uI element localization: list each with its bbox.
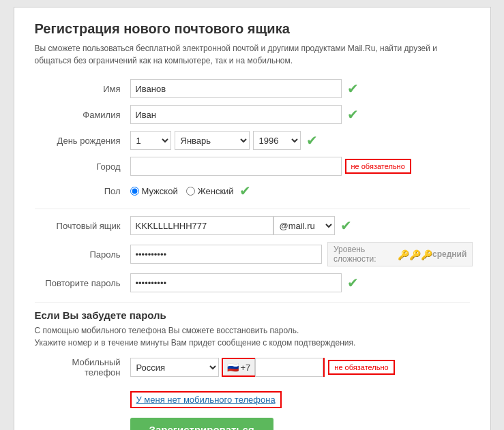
email-row: Почтовый ящик @mail.ru @inbox.ru @list.r… <box>35 216 470 235</box>
page-title: Регистрация нового почтового ящика <box>35 21 470 37</box>
phone-country-select[interactable]: Россия США Германия <box>130 358 219 377</box>
gender-options: Мужской Женский <box>130 186 234 196</box>
city-not-required: не обязательно <box>345 159 411 174</box>
lastname-field: ✔ <box>130 105 470 124</box>
recovery-title: Если Вы забудете пароль <box>35 309 470 321</box>
birthday-day-select[interactable]: 12345 <box>130 131 171 150</box>
city-field: не обязательно <box>130 157 470 176</box>
gender-female-label[interactable]: Женский <box>186 186 234 196</box>
gender-check-icon: ✔ <box>239 183 251 199</box>
phone-prefix: 🇷🇺 +7 <box>223 359 256 375</box>
password-label: Пароль <box>35 249 130 260</box>
divider-2 <box>35 302 470 303</box>
lastname-check-icon: ✔ <box>347 106 359 123</box>
city-row: Город не обязательно <box>35 157 470 176</box>
recovery-desc: С помощью мобильного телефона Вы сможете… <box>35 324 470 349</box>
name-row: Имя ✔ <box>35 79 470 98</box>
strength-value: средний <box>432 249 466 259</box>
birthday-label: День рождения <box>35 136 130 146</box>
phone-input-wrap: 🇷🇺 +7 <box>222 358 325 377</box>
gender-male-text: Мужской <box>142 186 178 196</box>
divider-1 <box>35 209 470 209</box>
birthday-selects: 12345 ЯнварьФевральМарт 199619951994 <box>130 131 301 150</box>
gender-female-radio[interactable] <box>186 187 195 196</box>
no-phone-wrap: У меня нет мобильного телефона <box>35 384 470 408</box>
birthday-month-select[interactable]: ЯнварьФевральМарт <box>175 131 250 150</box>
birthday-check-icon: ✔ <box>306 132 318 149</box>
registration-form: Регистрация нового почтового ящика Вы см… <box>14 7 491 430</box>
lastname-row: Фамилия ✔ <box>35 105 470 124</box>
gender-female-text: Женский <box>198 186 234 196</box>
password-strength-block: Уровень сложности: 🔑 🔑 🔑 средний <box>327 242 473 266</box>
birthday-row: День рождения 12345 ЯнварьФевральМарт 19… <box>35 131 470 150</box>
email-input-wrap: @mail.ru @inbox.ru @list.ru @bk.ru <box>130 216 335 235</box>
strength-label: Уровень сложности: <box>333 245 396 264</box>
recovery-section: Если Вы забудете пароль С помощью мобиль… <box>35 309 470 349</box>
key-icon-1: 🔑 <box>398 249 407 259</box>
password-repeat-label: Повторите пароль <box>35 278 130 288</box>
gender-row: Пол Мужской Женский ✔ <box>35 183 470 199</box>
gender-label: Пол <box>35 186 130 196</box>
password-repeat-field: ✔ <box>130 273 470 292</box>
phone-number-input[interactable] <box>255 358 323 377</box>
key-icon-3: 🔑 <box>421 249 430 259</box>
phone-row: Мобильный телефон Россия США Германия 🇷🇺… <box>35 357 470 378</box>
register-button[interactable]: Зарегистрироваться <box>130 418 273 430</box>
phone-not-required: не обязательно <box>328 360 394 375</box>
phone-label: Мобильный телефон <box>35 357 130 378</box>
email-check-icon: ✔ <box>340 217 352 234</box>
lastname-label: Фамилия <box>35 110 130 120</box>
key-icon-2: 🔑 <box>409 249 419 259</box>
register-button-wrap: Зарегистрироваться <box>130 418 470 430</box>
subtitle: Вы сможете пользоваться бесплатной элект… <box>35 42 470 67</box>
password-repeat-check-icon: ✔ <box>347 275 359 291</box>
email-field: @mail.ru @inbox.ru @list.ru @bk.ru ✔ <box>130 216 470 235</box>
password-repeat-input[interactable] <box>130 273 342 292</box>
city-label: Город <box>35 162 130 172</box>
birthday-year-select[interactable]: 199619951994 <box>253 131 301 150</box>
gender-male-label[interactable]: Мужской <box>130 186 178 196</box>
flag-icon: 🇷🇺 <box>227 362 239 373</box>
password-field: Уровень сложности: 🔑 🔑 🔑 средний <box>130 242 473 266</box>
name-field: ✔ <box>130 79 470 98</box>
city-input[interactable] <box>130 157 342 176</box>
password-input[interactable] <box>130 245 322 264</box>
email-label: Почтовый ящик <box>35 221 130 231</box>
gender-male-radio[interactable] <box>130 187 139 196</box>
lastname-input[interactable] <box>130 105 342 124</box>
phone-field: Россия США Германия 🇷🇺 +7 не обязательно <box>130 358 470 377</box>
name-label: Имя <box>35 84 130 94</box>
name-check-icon: ✔ <box>347 80 359 97</box>
email-input[interactable] <box>130 216 273 235</box>
password-repeat-row: Повторите пароль ✔ <box>35 273 470 292</box>
name-input[interactable] <box>130 79 342 98</box>
phone-prefix-text: +7 <box>241 363 251 373</box>
gender-field: Мужской Женский ✔ <box>130 183 470 199</box>
email-domain-select[interactable]: @mail.ru @inbox.ru @list.ru @bk.ru <box>273 216 335 235</box>
password-row: Пароль Уровень сложности: 🔑 🔑 🔑 средний <box>35 242 470 266</box>
no-phone-link[interactable]: У меня нет мобильного телефона <box>130 391 282 408</box>
birthday-field: 12345 ЯнварьФевральМарт 199619951994 ✔ <box>130 131 470 150</box>
